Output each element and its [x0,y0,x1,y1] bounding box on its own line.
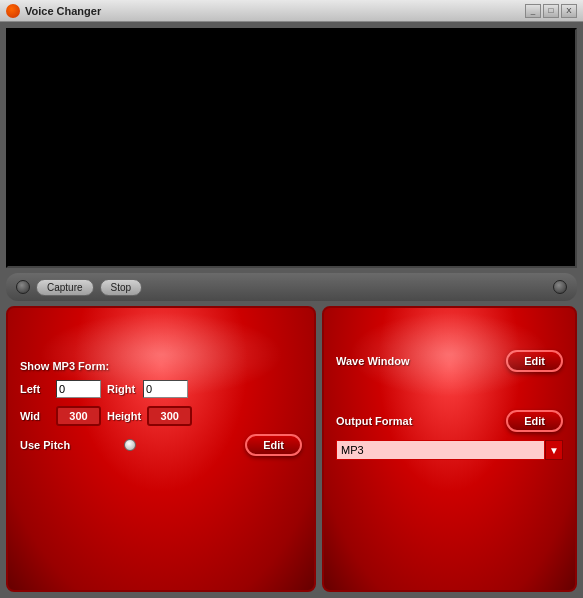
main-window: Capture Stop Show MP3 Form: Left Right W… [0,22,583,598]
use-pitch-radio[interactable] [124,439,136,451]
right-panel: Wave Window Edit Output Format Edit ▼ [322,306,577,592]
output-format-label: Output Format [336,415,412,427]
show-mp3-label: Show MP3 Form: [20,360,302,372]
left-edit-button[interactable]: Edit [245,434,302,456]
led-left [16,280,30,294]
title-bar-text: Voice Changer [25,5,525,17]
wave-window-row: Wave Window Edit [336,350,563,372]
maximize-button[interactable]: □ [543,4,559,18]
pitch-row: Use Pitch Edit [20,434,302,456]
stop-button[interactable]: Stop [100,279,143,296]
width-input[interactable] [56,406,101,426]
control-bar: Capture Stop [6,273,577,301]
height-label: Height [107,410,141,422]
width-label: Wid [20,410,50,422]
right-label: Right [107,383,137,395]
led-right [553,280,567,294]
left-panel: Show MP3 Form: Left Right Wid Height Use… [6,306,316,592]
use-pitch-label: Use Pitch [20,439,118,451]
close-button[interactable]: X [561,4,577,18]
left-input[interactable] [56,380,101,398]
wave-edit-button[interactable]: Edit [506,350,563,372]
title-bar-controls: _ □ X [525,4,577,18]
wave-window-label: Wave Window [336,355,409,367]
left-label: Left [20,383,50,395]
app-icon [6,4,20,18]
output-edit-button[interactable]: Edit [506,410,563,432]
title-bar: Voice Changer _ □ X [0,0,583,22]
video-area [6,28,577,268]
capture-button[interactable]: Capture [36,279,94,296]
right-input[interactable] [143,380,188,398]
width-height-row: Wid Height [20,406,302,426]
minimize-button[interactable]: _ [525,4,541,18]
format-dropdown-arrow[interactable]: ▼ [545,440,563,460]
left-right-row: Left Right [20,380,302,398]
output-format-row: Output Format Edit [336,410,563,432]
format-input[interactable] [336,440,545,460]
height-input[interactable] [147,406,192,426]
format-dropdown-row: ▼ [336,440,563,460]
bottom-panels: Show MP3 Form: Left Right Wid Height Use… [6,306,577,592]
